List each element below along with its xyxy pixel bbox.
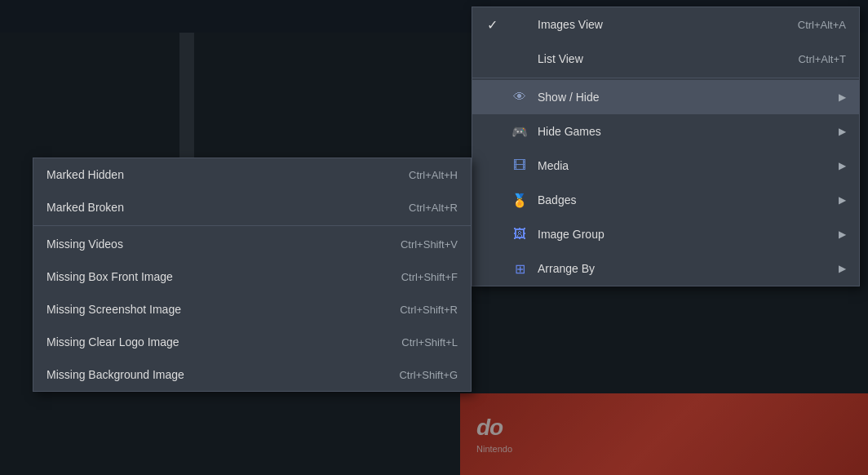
menu-icon-arrange-by: ⊞	[510, 259, 529, 278]
menu-icon-media: 🎞	[510, 156, 529, 175]
menu-arrow-badges: ▶	[839, 194, 846, 206]
menu-icon-images-view	[510, 15, 529, 34]
menu-arrow-show-hide: ▶	[839, 91, 846, 103]
menu-item-image-group[interactable]: 🖼Image Group▶	[472, 217, 859, 251]
context-menu-main: ✓Images ViewCtrl+Alt+AList ViewCtrl+Alt+…	[472, 7, 860, 286]
scroll-bar-bg	[179, 33, 194, 163]
menu-label-images-view: Images View	[538, 18, 782, 31]
submenu-item-marked-hidden[interactable]: Marked HiddenCtrl+Alt+H	[33, 158, 471, 191]
menu-arrow-arrange-by: ▶	[839, 263, 846, 274]
menu-item-images-view[interactable]: ✓Images ViewCtrl+Alt+A	[472, 7, 859, 42]
nintendo-sub-text: Nintendo	[476, 444, 512, 454]
menu-shortcut-list-view: Ctrl+Alt+T	[798, 53, 846, 65]
menu-item-media[interactable]: 🎞Media▶	[472, 149, 859, 183]
submenu-shortcut-missing-videos: Ctrl+Shift+V	[401, 238, 458, 251]
submenu-item-missing-screenshot[interactable]: Missing Screenshot ImageCtrl+Shift+R	[33, 293, 471, 326]
menu-icon-image-group: 🖼	[510, 224, 529, 244]
menu-arrow-media: ▶	[839, 160, 846, 171]
menu-item-list-view[interactable]: List ViewCtrl+Alt+T	[472, 42, 859, 76]
submenu-item-missing-background[interactable]: Missing Background ImageCtrl+Shift+G	[33, 358, 471, 391]
submenu-label-missing-screenshot: Missing Screenshot Image	[46, 303, 400, 316]
submenu-shortcut-missing-box-front: Ctrl+Shift+F	[401, 271, 458, 283]
nintendo-text: do	[476, 415, 512, 441]
menu-label-arrange-by: Arrange By	[538, 262, 832, 275]
menu-check-images-view: ✓	[482, 17, 502, 33]
menu-label-show-hide: Show / Hide	[538, 91, 832, 104]
submenu-shortcut-marked-hidden: Ctrl+Alt+H	[409, 169, 458, 181]
menu-divider-list-view	[472, 78, 859, 78]
submenu-shortcut-marked-broken: Ctrl+Alt+R	[409, 202, 458, 214]
menu-arrow-image-group: ▶	[839, 229, 846, 240]
submenu-shortcut-missing-screenshot: Ctrl+Shift+R	[400, 304, 458, 316]
menu-arrow-hide-games: ▶	[839, 126, 846, 137]
submenu-show-hide: Marked HiddenCtrl+Alt+HMarked BrokenCtrl…	[33, 158, 472, 392]
menu-shortcut-images-view: Ctrl+Alt+A	[798, 19, 846, 31]
menu-label-image-group: Image Group	[538, 228, 832, 241]
submenu-item-missing-clear-logo[interactable]: Missing Clear Logo ImageCtrl+Shift+L	[33, 326, 471, 358]
menu-label-hide-games: Hide Games	[538, 125, 832, 138]
submenu-shortcut-missing-clear-logo: Ctrl+Shift+L	[401, 336, 458, 348]
menu-item-hide-games[interactable]: 🎮Hide Games▶	[472, 114, 859, 149]
menu-item-badges[interactable]: 🏅Badges▶	[472, 183, 859, 217]
submenu-shortcut-missing-background: Ctrl+Shift+G	[399, 369, 458, 381]
submenu-label-missing-videos: Missing Videos	[46, 238, 401, 251]
submenu-label-marked-hidden: Marked Hidden	[46, 168, 409, 181]
submenu-item-missing-videos[interactable]: Missing VideosCtrl+Shift+V	[33, 228, 471, 260]
submenu-label-missing-box-front: Missing Box Front Image	[46, 270, 401, 283]
menu-item-show-hide[interactable]: 👁Show / Hide▶	[472, 80, 859, 114]
menu-label-media: Media	[538, 159, 832, 172]
submenu-divider-marked-broken	[33, 225, 471, 226]
menu-icon-badges: 🏅	[510, 190, 529, 210]
menu-icon-list-view	[510, 49, 529, 69]
submenu-label-marked-broken: Marked Broken	[46, 201, 409, 214]
menu-label-badges: Badges	[538, 193, 832, 206]
menu-icon-show-hide: 👁	[510, 87, 529, 107]
menu-label-list-view: List View	[538, 52, 782, 65]
submenu-label-missing-background: Missing Background Image	[46, 368, 399, 381]
game-preview-area: do Nintendo	[460, 393, 868, 475]
menu-item-arrange-by[interactable]: ⊞Arrange By▶	[472, 251, 859, 286]
nintendo-branding: do Nintendo	[476, 415, 512, 454]
submenu-item-missing-box-front[interactable]: Missing Box Front ImageCtrl+Shift+F	[33, 260, 471, 293]
menu-icon-hide-games: 🎮	[510, 122, 529, 141]
submenu-item-marked-broken[interactable]: Marked BrokenCtrl+Alt+R	[33, 191, 471, 224]
submenu-label-missing-clear-logo: Missing Clear Logo Image	[46, 335, 401, 348]
